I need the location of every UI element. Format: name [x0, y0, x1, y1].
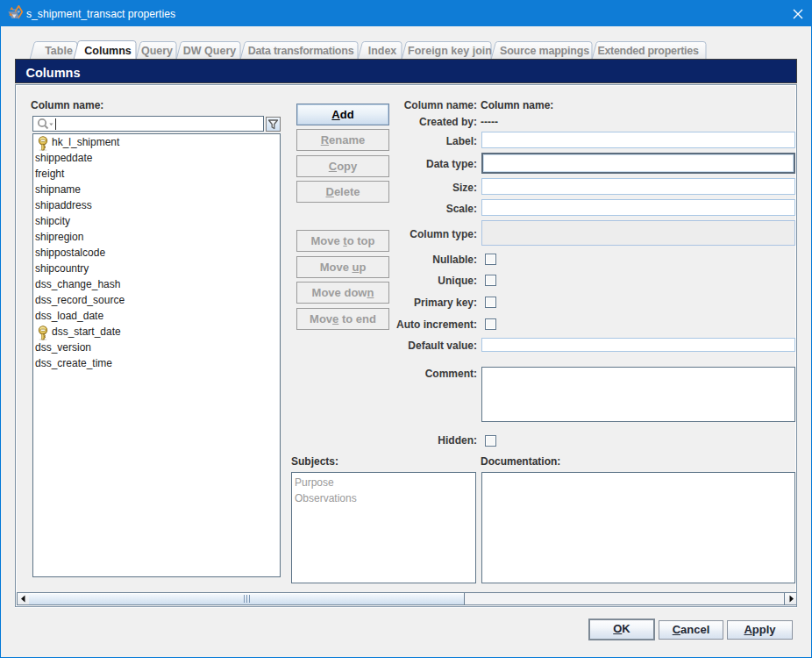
svg-text:Extended properties: Extended properties — [597, 45, 699, 57]
svg-text:Foreign key join: Foreign key join — [408, 45, 492, 57]
svg-text:DW Query: DW Query — [183, 45, 236, 57]
svg-text:Columns: Columns — [84, 45, 132, 57]
svg-text:Table: Table — [45, 45, 73, 57]
svg-text:Source mappings: Source mappings — [500, 45, 589, 57]
svg-text:Query: Query — [141, 45, 173, 57]
svg-text:Data transformations: Data transformations — [248, 45, 354, 57]
svg-text:Index: Index — [368, 45, 397, 57]
